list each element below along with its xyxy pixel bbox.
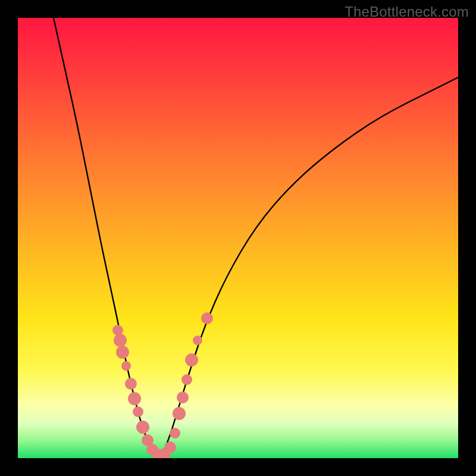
data-point bbox=[193, 336, 202, 345]
curve-left bbox=[54, 18, 161, 458]
data-point bbox=[181, 374, 192, 385]
data-point bbox=[133, 406, 143, 417]
data-point bbox=[125, 378, 137, 390]
plot-area bbox=[18, 18, 458, 458]
dot-cluster bbox=[112, 312, 213, 458]
data-point bbox=[201, 312, 213, 324]
curve-right bbox=[161, 77, 458, 458]
data-point bbox=[177, 392, 189, 403]
chart-frame: TheBottleneck.com bbox=[0, 0, 476, 476]
curves-layer bbox=[18, 18, 458, 458]
data-point bbox=[173, 407, 186, 420]
data-point bbox=[164, 441, 176, 453]
data-point bbox=[128, 392, 141, 405]
data-point bbox=[170, 428, 180, 439]
data-point bbox=[121, 361, 131, 371]
data-point bbox=[136, 421, 149, 434]
data-point bbox=[185, 353, 198, 367]
data-point bbox=[114, 334, 127, 347]
data-point bbox=[116, 346, 129, 359]
